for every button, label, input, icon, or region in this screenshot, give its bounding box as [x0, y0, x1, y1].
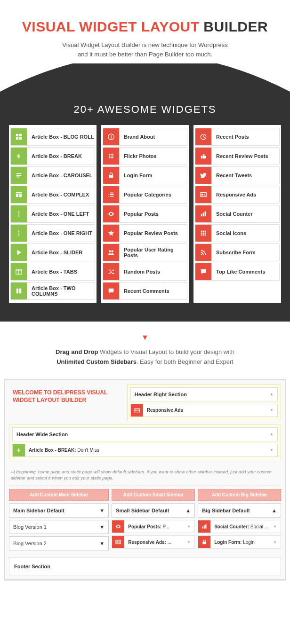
big-item-social[interactable]: Social Counter: Social ... ▼	[198, 520, 281, 533]
hero-section: VISUAL WIDGET LAYOUT BUILDER Visual Widg…	[0, 0, 290, 63]
dots-grid-icon	[103, 148, 119, 165]
widget-item[interactable]: Recent Comments	[103, 282, 187, 300]
widget-label: Random Posts	[119, 269, 160, 275]
widget-item[interactable]: Article Box - BLOG ROLL	[10, 128, 95, 146]
widget-item[interactable]: Subscribe Form	[195, 243, 280, 261]
widget-label: Article Box - TABS	[27, 269, 77, 275]
blog-version-2[interactable]: Blog Version 2▼	[9, 536, 109, 550]
sidebars-row: Add Custom Main Sidebar Main Sidebar Def…	[9, 486, 281, 556]
big-item-login[interactable]: Login Form: Login ▼	[198, 535, 281, 549]
widget-label: Flickr Photos	[119, 153, 157, 159]
add-small-sidebar-button[interactable]: Add Custom Small Sidebar	[112, 489, 195, 501]
widget-item[interactable]: Social Counter	[195, 205, 280, 223]
footer-section[interactable]: Footer Section	[9, 558, 281, 575]
widget-item[interactable]: Recent Review Posts	[195, 147, 280, 165]
drag-drop-text: Drag and Drop Widgets to Visual Layout t…	[0, 347, 290, 379]
widget-label: Article Box - CAROUSEL	[27, 173, 93, 178]
widget-item[interactable]: Brand About	[103, 128, 187, 146]
widgets-section: 20+ AWESOME WIDGETS Article Box - BLOG R…	[0, 92, 290, 322]
ad-icon	[112, 536, 124, 548]
widget-item[interactable]: Article Box - TWO COLUMNS	[10, 282, 95, 300]
widget-label: Article Box - BLOG ROLL	[27, 134, 94, 140]
small-item-ads[interactable]: Responsive Ads: ... ▼	[112, 535, 195, 549]
add-main-sidebar-button[interactable]: Add Custom Main Sidebar	[9, 489, 109, 501]
title-red: VISUAL WIDGET LAYOUT	[22, 19, 200, 34]
widget-column-1: Article Box - BLOG ROLLArticle Box - BRE…	[9, 125, 97, 303]
widget-item[interactable]: Article Box - TABS	[10, 263, 95, 281]
big-sidebar-default[interactable]: Big Sidebar Default▲	[198, 503, 281, 518]
blog-version-1[interactable]: Blog Version 1▼	[9, 520, 109, 534]
builder-panel: WELCOME TO DELIPRESS VISUAL WIDGET LAYOU…	[4, 379, 286, 581]
widget-label: Article Box - ONE RIGHT	[27, 230, 92, 236]
group-icon	[103, 244, 119, 261]
widget-item[interactable]: Popular Review Posts	[103, 224, 187, 242]
grid-icon	[11, 128, 27, 145]
bolt-icon	[11, 148, 27, 165]
header-wide-head[interactable]: Header Wide Section▲	[12, 427, 278, 441]
eye-icon	[103, 205, 119, 222]
shuffle-icon	[103, 263, 119, 280]
welcome-title: WELCOME TO DELIPRESS VISUAL WIDGET LAYOU…	[9, 384, 123, 420]
info-icon	[103, 128, 119, 145]
widget-item[interactable]: Random Posts	[103, 263, 187, 281]
expand-icon: ▼	[270, 408, 277, 412]
header-right-item[interactable]: Responsive Ads ▼	[130, 404, 278, 417]
widget-columns: Article Box - BLOG ROLLArticle Box - BRE…	[7, 125, 283, 303]
widget-label: Article Box - TWO COLUMNS	[27, 285, 95, 297]
widget-item[interactable]: Article Box - SLIDER	[10, 243, 95, 261]
widget-item[interactable]: Responsive Ads	[195, 186, 280, 204]
main-sidebar-default[interactable]: Main Sidebar Default▼	[9, 503, 109, 518]
widget-label: Article Box - ONE LEFT	[27, 211, 89, 217]
widget-item[interactable]: Popular Posts	[103, 205, 187, 223]
widget-label: Popular User Rating Posts	[119, 247, 187, 258]
header-wide-section: Header Wide Section▲ Article Box - BREAK…	[9, 424, 281, 460]
big-sidebar-col: Add Custom Big Sidebar Big Sidebar Defau…	[198, 489, 281, 553]
curve-divider	[0, 63, 290, 92]
widget-item[interactable]: Article Box - CAROUSEL	[10, 166, 95, 184]
widget-label: Social Counter	[211, 211, 253, 217]
header-wide-item[interactable]: Article Box - BREAK: Don't Miss ▼	[12, 444, 278, 457]
header-right-head[interactable]: Header Right Section▲	[130, 387, 278, 401]
widget-label: Article Box - COMPLEX	[27, 192, 89, 197]
lock-icon	[198, 536, 210, 548]
header-right-section: Header Right Section▲ Responsive Ads ▼	[127, 384, 281, 420]
add-big-sidebar-button[interactable]: Add Custom Big Sidebar	[198, 489, 281, 501]
small-sidebar-default[interactable]: Small Sidebar Default▲	[112, 503, 195, 518]
widget-item[interactable]: Recent Tweets	[195, 166, 280, 184]
widget-label: Top Like Comments	[211, 269, 265, 275]
widget-label: Login Form	[119, 173, 153, 178]
widget-label: Article Box - SLIDER	[27, 250, 82, 255]
ad-icon	[195, 186, 211, 203]
star-icon	[103, 225, 119, 242]
expand-icon: ▼	[270, 448, 277, 452]
widget-label: Popular Posts	[119, 211, 159, 217]
widget-item[interactable]: Top Like Comments	[195, 263, 280, 281]
comment-icon	[195, 263, 211, 280]
widget-item[interactable]: Article Box - COMPLEX	[10, 186, 95, 204]
widget-label: Subscribe Form	[211, 250, 256, 255]
widget-item[interactable]: Flickr Photos	[103, 147, 187, 165]
widget-item[interactable]: Article Box - ONE LEFT	[10, 205, 95, 223]
widget-column-3: Recent PostsRecent Review PostsRecent Tw…	[193, 125, 281, 303]
widget-item[interactable]: Popular Categories	[103, 186, 187, 204]
widget-item[interactable]: Popular User Rating Posts	[103, 243, 187, 261]
widget-item[interactable]: Social Icons	[195, 224, 280, 242]
widget-item[interactable]: Article Box - ONE RIGHT	[10, 224, 95, 242]
collapse-icon: ▲	[270, 432, 274, 436]
widget-label: Popular Review Posts	[119, 230, 178, 236]
bars-icon	[195, 205, 211, 222]
cols-icon	[11, 283, 27, 299]
sidebar-note: At beginning, home page and static page …	[9, 464, 281, 487]
hero-subtitle: Visual Widget Layout Builder is new tech…	[9, 40, 281, 59]
widget-item[interactable]: Recent Posts	[195, 128, 280, 146]
collapse-icon: ▲	[270, 392, 274, 396]
small-item-popular[interactable]: Popular Posts: P... ▼	[112, 520, 195, 533]
lock-icon	[103, 167, 119, 184]
widget-item[interactable]: Article Box - BREAK	[10, 147, 95, 165]
layout-icon	[11, 186, 27, 203]
widget-item[interactable]: Login Form	[103, 166, 187, 184]
arrow-down-icon: ▼	[0, 322, 290, 347]
list-icon	[103, 186, 119, 203]
widget-label: Recent Posts	[211, 134, 249, 140]
play-icon	[11, 244, 27, 261]
